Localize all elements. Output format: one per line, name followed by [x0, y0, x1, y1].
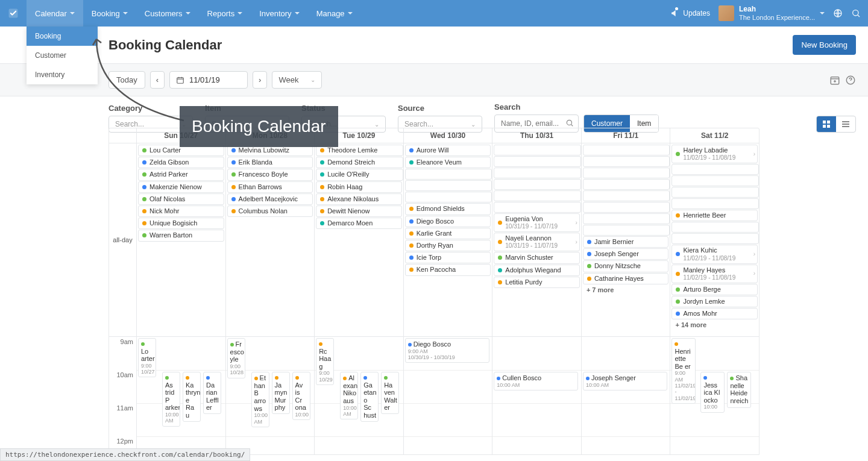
caret-down-icon	[295, 12, 300, 14]
booking-chip[interactable]: Robin Haag	[316, 181, 402, 193]
nav-customers[interactable]: Customers	[136, 0, 199, 27]
booking-chip[interactable]: Jordyn Lemke	[671, 296, 758, 307]
booking-chip[interactable]: Donny Nitzsche	[583, 260, 669, 272]
search-label: Search	[494, 102, 659, 111]
booking-chip[interactable]: Joseph Senger	[583, 248, 669, 260]
day-header[interactable]: Sat 11/2	[670, 128, 759, 143]
svg-point-2	[853, 10, 858, 16]
booking-event[interactable]: Fr esco yle9:0010/28	[227, 338, 245, 378]
nav-calendar[interactable]: Calendar	[27, 0, 83, 27]
dropdown-customer[interactable]: Customer	[27, 46, 98, 65]
booking-chip[interactable]: Olaf Nicolas	[138, 193, 224, 205]
app-logo[interactable]	[0, 0, 27, 27]
dropdown-booking[interactable]: Booking	[27, 27, 98, 46]
more-link[interactable]: + 7 more	[583, 285, 669, 295]
caret-down-icon	[186, 12, 190, 14]
booking-event[interactable]: Ja myn Mur phy	[272, 372, 290, 414]
user-menu[interactable]: Leah The London Experience...	[719, 5, 825, 22]
nav-reports[interactable]: Reports	[199, 0, 251, 27]
booking-event[interactable]: Cullen Bosco10:00 AM	[494, 372, 578, 390]
svg-rect-9	[823, 125, 826, 128]
booking-chip[interactable]: Catharine Hayes	[583, 273, 669, 284]
booking-chip[interactable]: Marvin Schuster	[494, 252, 580, 263]
hour-label: 10am	[109, 370, 133, 403]
booking-event[interactable]: Diego Bosco9:00 AM10/30/19 - 10/30/19	[405, 338, 489, 363]
booking-event[interactable]: Et han B arro ws10:00 AM	[251, 372, 269, 427]
view-select[interactable]: Week⌄	[272, 71, 322, 89]
booking-event[interactable]: Jess ica Kl ocko10:00	[700, 372, 725, 413]
booking-chip[interactable]: Jamir Bernier	[583, 236, 669, 248]
booking-chip[interactable]: Dewitt Nienow	[316, 205, 402, 217]
booking-chip[interactable]: Manley Hayes11/02/19 - 11/08/19›	[671, 265, 758, 283]
booking-chip[interactable]: Francesco Boyle	[227, 169, 313, 180]
booking-event[interactable]: Henri ette Be er9:00 AM11/02/19 - 11/02/…	[671, 338, 696, 404]
booking-chip[interactable]: Columbus Nolan	[227, 205, 313, 217]
booking-chip[interactable]: Makenzie Nienow	[138, 181, 224, 193]
booking-event[interactable]: Av is Cr ona10:00	[292, 372, 310, 420]
new-booking-button[interactable]: New Booking	[793, 35, 856, 55]
search-icon	[565, 119, 574, 127]
booking-chip[interactable]: Arturo Berge	[671, 284, 758, 295]
grid-view-toggle[interactable]	[817, 116, 836, 132]
booking-chip[interactable]: Unique Bogisich	[138, 218, 224, 229]
more-link[interactable]: + 14 more	[671, 320, 758, 330]
booking-chip[interactable]: Lucile O'Reilly	[316, 169, 403, 180]
booking-event[interactable]: Rc Haa g9:0010/29	[316, 338, 334, 385]
svg-rect-12	[842, 124, 849, 125]
search-icon[interactable]	[851, 8, 861, 18]
booking-chip[interactable]: Demond Streich	[316, 157, 403, 168]
day-header[interactable]: Fri 11/1	[581, 128, 670, 143]
list-view-toggle[interactable]	[836, 116, 855, 132]
booking-event[interactable]: Da rian Leffl er	[203, 372, 221, 414]
booking-chip[interactable]: Henriette Beer	[671, 210, 758, 221]
nav-booking[interactable]: Booking	[83, 0, 136, 27]
booking-event[interactable]: Ga etan o Sc hust	[360, 372, 379, 422]
booking-event[interactable]: Al exan Niko aus10:00 AM	[340, 372, 358, 419]
booking-chip[interactable]: Ken Pacocha	[405, 264, 491, 275]
booking-chip[interactable]: Eugenia Von10/31/19 - 11/07/19›	[494, 213, 580, 232]
booking-event[interactable]: Lo arter9:0010/27	[138, 338, 156, 377]
day-header[interactable]: Wed 10/30	[403, 128, 492, 143]
booking-event[interactable]: Ha ven Walt er	[381, 372, 399, 414]
booking-chip[interactable]: Dorthy Ryan	[405, 240, 491, 251]
booking-event[interactable]: As trid P arker10:00 AM	[162, 372, 180, 427]
next-button[interactable]: ›	[253, 71, 267, 89]
help-icon[interactable]	[845, 75, 856, 86]
booking-event[interactable]: Ka thryn e Ra u	[183, 372, 201, 422]
booking-chip[interactable]: Demarco Moen	[316, 218, 402, 229]
day-header[interactable]: Thu 10/31	[492, 128, 581, 143]
nav-manage[interactable]: Manage	[308, 0, 361, 27]
source-label: Source	[398, 104, 482, 113]
updates-link[interactable]: Updates	[670, 8, 710, 18]
booking-chip[interactable]: Eleanore Veum	[405, 157, 491, 168]
booking-event[interactable]: Joseph Senger10:00 AM	[583, 372, 667, 390]
booking-chip[interactable]: Alexane Nikolaus	[316, 193, 402, 205]
booking-chip[interactable]: Nayeli Leannon10/31/19 - 11/07/19›	[494, 233, 580, 251]
booking-chip[interactable]: Adolphus Wiegand	[494, 265, 580, 276]
booking-chip[interactable]: Nick Mohr	[138, 205, 224, 217]
nav-inventory[interactable]: Inventory	[251, 0, 307, 27]
booking-chip[interactable]: Zelda Gibson	[138, 157, 224, 168]
dropdown-inventory[interactable]: Inventory	[27, 65, 98, 84]
booking-chip[interactable]: Diego Bosco	[405, 216, 491, 227]
today-button[interactable]: Today	[108, 71, 145, 89]
date-picker[interactable]: 11/01/19	[169, 71, 248, 89]
globe-icon[interactable]	[833, 8, 843, 18]
booking-chip[interactable]: Amos Mohr	[671, 308, 758, 319]
svg-rect-7	[823, 121, 826, 124]
booking-chip[interactable]: Ethan Barrows	[227, 181, 313, 193]
booking-event[interactable]: Sha nelle Heide nreich	[727, 372, 751, 408]
booking-chip[interactable]: Edmond Shields	[405, 203, 491, 215]
booking-chip[interactable]: Icie Torp	[405, 252, 491, 263]
booking-chip[interactable]: Karlie Grant	[405, 228, 491, 239]
booking-chip[interactable]: Adelbert Macejkovic	[227, 193, 313, 205]
booking-chip[interactable]: Letitia Purdy	[494, 277, 580, 288]
booking-chip[interactable]: Erik Blanda	[227, 157, 313, 168]
booking-chip[interactable]: Warren Barton	[138, 230, 224, 241]
add-calendar-icon[interactable]	[829, 75, 840, 86]
prev-button[interactable]: ‹	[150, 71, 165, 89]
booking-chip[interactable]: Aurore Will	[405, 145, 491, 156]
booking-chip[interactable]: Astrid Parker	[138, 169, 224, 180]
booking-chip[interactable]: Kiera Kuhic11/02/19 - 11/08/19›	[671, 245, 758, 263]
booking-chip[interactable]: Harley Labadie11/02/19 - 11/08/19›	[671, 145, 758, 163]
